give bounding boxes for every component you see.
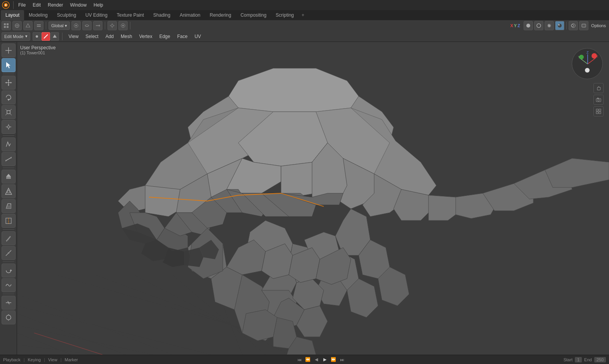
svg-point-164 [598,99,600,101]
toolbar-icon-4[interactable] [34,21,43,30]
menu-window[interactable]: Window [67,2,90,9]
viewport-gizmo[interactable]: X Y Z [572,48,603,79]
select-tool[interactable] [2,58,16,72]
transform-icon-2[interactable] [82,21,92,30]
viewport-hand-tool[interactable] [593,83,604,93]
viewport-shading-1[interactable] [524,21,533,30]
tab-rendering[interactable]: Rendering [205,10,236,20]
svg-marker-46 [7,99,10,101]
jump-start-button[interactable]: ⏮ [296,357,302,363]
scale-tool[interactable] [2,105,16,119]
viewport-camera-tool[interactable] [593,95,604,105]
menu-edit[interactable]: Edit [29,2,44,9]
menu-help[interactable]: Help [90,2,106,9]
3d-viewport[interactable]: User Perspective (1) Tower001 X Y Z [17,42,609,355]
knife-tool[interactable] [2,231,16,245]
proportional-edit-icon[interactable] [118,21,128,30]
tab-texture-paint[interactable]: Texture Paint [112,10,149,20]
toolbar-icon-1[interactable] [2,21,11,30]
rotate-tool[interactable] [2,90,16,104]
svg-rect-166 [596,109,598,111]
extrude-tool[interactable] [2,170,16,184]
toolbar-icon-2[interactable] [12,21,22,30]
edit-mode-selector[interactable]: Edit Mode ▾ [2,32,30,41]
xray-button[interactable] [579,21,588,30]
global-dropdown[interactable]: Global ▾ [49,21,70,30]
mesh-menu-items: View Select Add Mesh Vertex Edge Face UV [66,32,204,41]
tab-sculpting[interactable]: Sculpting [52,10,81,20]
shading-sep [566,22,567,29]
toolbar-icon-3[interactable] [23,21,33,30]
options-label[interactable]: Options [590,23,607,29]
edge-slide-tool[interactable] [2,296,16,310]
add-menu[interactable]: Add [102,32,117,41]
edge-select-icon[interactable] [42,32,50,41]
svg-point-28 [558,24,560,26]
measure-tool[interactable] [2,152,16,166]
transform-tool[interactable] [2,120,16,134]
bisect-tool[interactable] [2,246,16,260]
tab-shading[interactable]: Shading [149,10,175,20]
shrink-fatten-tool[interactable] [2,310,16,324]
face-select-icon[interactable] [50,32,59,41]
svg-rect-47 [7,111,10,114]
inset-tool[interactable] [2,184,16,198]
spin-tool[interactable] [2,263,16,277]
uv-menu[interactable]: UV [191,32,204,41]
svg-line-157 [588,58,595,64]
step-forward-button[interactable]: ⏩ [330,357,337,363]
vertex-select-icon[interactable] [33,32,41,41]
end-frame-input[interactable]: 250 [594,357,606,362]
toolbar-sep-2 [105,22,105,29]
overlay-button[interactable] [569,21,578,30]
svg-text:X: X [596,54,598,58]
svg-rect-167 [599,109,601,111]
menu-file[interactable]: File [15,2,29,9]
svg-line-66 [6,241,7,241]
svg-marker-39 [6,62,10,68]
play-button[interactable]: ▶ [322,357,328,363]
jump-end-button[interactable]: ⏭ [339,357,345,363]
viewport-shading-4[interactable] [555,21,564,30]
edge-menu[interactable]: Edge [156,32,173,41]
tab-layout[interactable]: Layout [1,10,24,20]
svg-rect-64 [6,218,11,224]
start-frame-input[interactable]: 1 [575,357,582,362]
svg-marker-16 [99,24,100,27]
mesh-menu[interactable]: Mesh [118,32,135,41]
select-menu[interactable]: Select [82,32,101,41]
mesh-visualization [17,42,609,355]
tab-compositing[interactable]: Compositing [236,10,271,20]
tab-animation[interactable]: Animation [175,10,205,20]
status-view: View [48,357,57,362]
svg-rect-4 [7,23,9,25]
annotate-tool[interactable] [2,137,16,151]
play-back-button[interactable]: ◀ [313,357,319,363]
menu-render[interactable]: Render [45,2,66,9]
move-tool[interactable] [2,76,16,90]
add-workspace-button[interactable]: + [298,11,307,19]
loop-cut-tool[interactable] [2,214,16,228]
transform-icon-3[interactable] [93,21,102,30]
viewport-grid-tool[interactable] [593,106,604,116]
bevel-tool[interactable] [2,199,16,213]
tab-scripting[interactable]: Scripting [271,10,298,20]
svg-point-27 [558,24,562,28]
viewport-shading-3[interactable] [545,21,554,30]
vertex-menu[interactable]: Vertex [136,32,155,41]
svg-marker-36 [53,35,57,38]
end-label: End [584,357,592,362]
view-menu[interactable]: View [66,32,82,41]
face-menu[interactable]: Face [174,32,191,41]
step-back-button[interactable]: ⏪ [305,357,311,363]
transform-icon-1[interactable] [71,21,81,30]
tab-uv-editing[interactable]: UV Editing [81,10,112,20]
mode-sep [62,33,62,40]
tab-modeling[interactable]: Modeling [24,10,52,20]
cursor-tool[interactable] [2,43,16,57]
snap-icon[interactable] [108,21,117,30]
viewport-shading-2[interactable] [534,21,543,30]
svg-marker-62 [5,188,12,194]
svg-marker-69 [10,269,12,271]
smooth-vertex-tool[interactable] [2,278,16,292]
